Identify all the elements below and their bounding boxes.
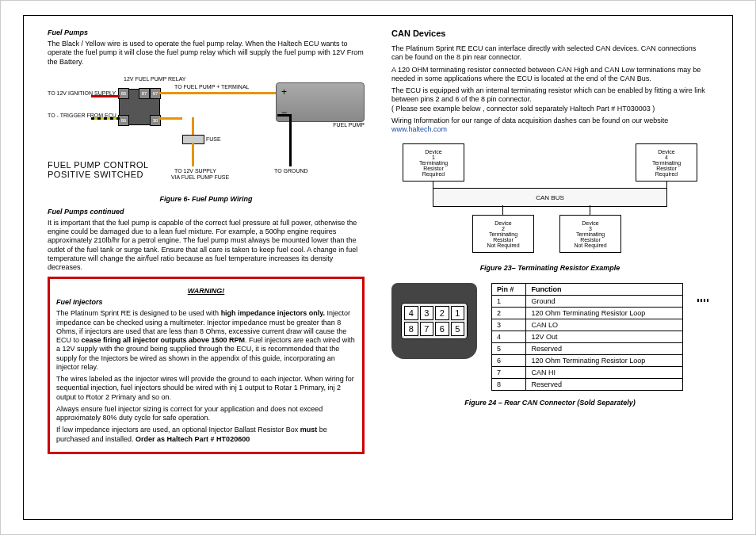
pin-header-func: Function (526, 284, 683, 296)
can-p4-text: Wiring Information for our range of data… (391, 117, 668, 124)
pin-cell-1: 1 (451, 306, 465, 320)
pin-5-num: 5 (492, 343, 526, 355)
control-title-1: FUEL PUMP CONTROL (48, 160, 149, 170)
stem-4 (666, 182, 667, 188)
device-3-box: Device 3 Terminating Resistor Not Requir… (559, 215, 621, 253)
pin-5-func: Reserved (526, 343, 683, 355)
table-row: 2120 Ohm Terminating Resistor Loop (492, 308, 683, 319)
inj-p1-a: The Platinum Sprint RE is designed to be… (56, 309, 221, 317)
control-title: FUEL PUMP CONTROL POSITIVE SWITCHED (48, 160, 149, 179)
pin-table: Pin # Function 1Ground 2120 Ohm Terminat… (491, 283, 683, 391)
wire-orange-v (192, 117, 194, 135)
canbus-label: CAN BUS (536, 194, 564, 201)
warning-title: WARNING! (56, 287, 356, 295)
device-2-label: Device 2 Terminating Resistor Not Requir… (487, 220, 519, 248)
device-2-box: Device 2 Terminating Resistor Not Requir… (472, 215, 534, 253)
pin-8-func: Reserved (526, 379, 683, 391)
wire-orange-2 (158, 117, 182, 120)
pin-cell-2: 2 (435, 306, 449, 320)
to-12v-label: TO 12V SUPPLY (174, 168, 216, 174)
page: Fuel Pumps The Black / Yellow wire is us… (0, 0, 756, 535)
pin-cell-3: 3 (420, 306, 434, 320)
can-devices-heading: CAN Devices (391, 29, 708, 38)
table-row: 3CAN LO (492, 319, 683, 331)
table-row: 8Reserved (492, 379, 683, 391)
injectors-p3: Always ensure fuel injector sizing is co… (56, 405, 356, 423)
fuse-label: FUSE (206, 136, 221, 142)
device-4-label: Device 4 Terminating Resistor Required (652, 149, 681, 177)
pin-cell-6: 6 (435, 322, 449, 336)
haltech-website-link[interactable]: www.haltech.com (391, 125, 447, 133)
relay-pin-86: 86 (118, 115, 129, 126)
injectors-p1: The Platinum Sprint RE is designed to be… (56, 309, 356, 372)
stem-1 (433, 182, 433, 188)
relay-pin-85: 85 (118, 88, 129, 99)
can-p3-a: The ECU is equipped with an internal ter… (391, 86, 705, 103)
fuel-pumps-continued-text: It is important that the fuel pump is ca… (48, 219, 365, 273)
page-border: Fuel Pumps The Black / Yellow wire is us… (23, 15, 733, 520)
inj-p4-d: Order as Haltech Part # HT020600 (136, 435, 250, 443)
wire-red (91, 95, 120, 97)
pin-4-num: 4 (492, 331, 526, 343)
pin-6-num: 6 (492, 355, 526, 367)
relay-icon: 85 87 87 86 30 (119, 89, 160, 125)
pin-4-func: 12V Out (526, 331, 683, 343)
table-row: 1Ground (492, 296, 683, 308)
relay-pin-87b: 87 (139, 88, 150, 99)
injectors-p4: If low impedance injectors are used, an … (56, 426, 356, 444)
canbus-line: CAN BUS (433, 188, 667, 207)
can-p3: The ECU is equipped with an internal ter… (391, 86, 708, 113)
can-p1: The Platinum Sprint RE ECU can interface… (391, 44, 708, 63)
table-row: 412V Out (492, 331, 683, 343)
left-column: Fuel Pumps The Black / Yellow wire is us… (48, 25, 365, 510)
inj-p4-a: If low impedance injectors are used, an … (56, 426, 300, 434)
pin-header-num: Pin # (492, 284, 526, 296)
pin-3-num: 3 (492, 319, 526, 331)
pin-1-func: Ground (526, 296, 683, 308)
wire-blk-yel (91, 117, 120, 120)
wire-orange-v2 (192, 143, 194, 166)
can-p4: Wiring Information for our range of data… (391, 117, 708, 135)
pin-3-func: CAN LO (526, 319, 683, 331)
device-1-label: Device 1 Terminating Resistor Required (419, 149, 448, 177)
pin-cell-5: 5 (451, 322, 465, 336)
can-p3-b: ( Please see example below , connector s… (391, 105, 655, 113)
pin-7-num: 7 (492, 367, 526, 379)
device-3-label: Device 3 Terminating Resistor Not Requir… (574, 220, 606, 248)
table-row: 5Reserved (492, 343, 683, 355)
fuel-pump-diagram: 12V FUEL PUMP RELAY 85 87 87 86 30 TO 12… (48, 71, 365, 190)
pin-cell-8: 8 (404, 322, 418, 336)
stem-3 (590, 205, 590, 215)
pin-2-func: 120 Ohm Terminating Resistor Loop (526, 308, 683, 319)
wire-black-v (289, 114, 292, 166)
fuel-pumps-intro: The Black / Yellow wire is used to opera… (48, 40, 365, 67)
fuel-pumps-continued-heading: Fuel Pumps continued (48, 208, 365, 216)
inj-p1-b: high impedance injectors only. (221, 309, 325, 317)
canbus-diagram: Device 1 Terminating Resistor Required D… (391, 140, 708, 259)
stem-2 (502, 205, 503, 215)
fuel-pumps-heading: Fuel Pumps (48, 29, 365, 36)
can-p2: A 120 OHM terminating resistor connected… (391, 66, 708, 84)
connector-section: 4 3 2 1 8 7 6 5 Pin # Function 1Ground 2… (391, 283, 708, 391)
pin-1-num: 1 (492, 296, 526, 308)
inj-p4-b: must (300, 426, 318, 434)
device-4-box: Device 4 Terminating Resistor Required (636, 143, 697, 182)
pin-cell-7: 7 (420, 322, 434, 336)
injectors-p2: The wires labeled as the injector wires … (56, 375, 356, 402)
control-title-2: POSITIVE SWITCHED (48, 170, 149, 179)
figure-24-caption: Figure 24 – Rear CAN Connector (Sold Sep… (391, 399, 708, 407)
relay-title-label: 12V FUEL PUMP RELAY (124, 76, 185, 82)
via-fuse-label: VIA FUEL PUMP FUSE (171, 174, 229, 180)
wire-orange (158, 92, 277, 94)
table-header-row: Pin # Function (492, 284, 683, 296)
table-row: 7CAN HI (492, 367, 683, 379)
connector-icon: 4 3 2 1 8 7 6 5 (391, 283, 477, 359)
fuel-pump-label: FUEL PUMP (333, 122, 365, 128)
pin-8-num: 8 (492, 379, 526, 391)
right-column: CAN Devices The Platinum Sprint RE ECU c… (391, 25, 708, 510)
table-row: 6120 Ohm Terminating Resistor Loop (492, 355, 683, 367)
pin-7-func: CAN HI (526, 367, 683, 379)
figure-6-caption: Figure 6- Fuel Pump Wiring (48, 195, 365, 203)
figure-23-caption: Figure 23– Terminating Resistor Example (391, 264, 708, 272)
to-ground-label: TO GROUND (274, 168, 308, 174)
